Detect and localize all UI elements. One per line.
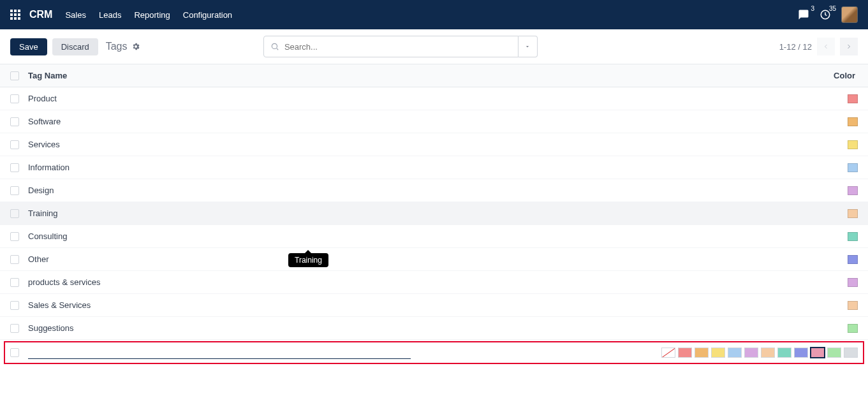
palette-swatch[interactable] (661, 348, 675, 358)
pager-prev[interactable] (817, 38, 835, 55)
color-swatch[interactable] (848, 255, 858, 264)
row-checkbox[interactable] (10, 301, 19, 310)
palette-swatch[interactable] (695, 348, 709, 358)
color-swatch[interactable] (848, 232, 858, 241)
column-header-name[interactable]: Tag Name (28, 71, 67, 80)
row-checkbox[interactable] (10, 278, 19, 287)
table-row[interactable]: Software (0, 110, 868, 133)
tag-name: Services (28, 140, 60, 149)
tag-name: Product (28, 94, 57, 103)
caret-down-icon (524, 43, 531, 50)
tag-name: Design (28, 186, 54, 195)
nav-reporting[interactable]: Reporting (134, 10, 170, 20)
table-row[interactable]: Product (0, 87, 868, 110)
edit-row-highlight (4, 341, 864, 364)
nav-leads[interactable]: Leads (99, 10, 121, 20)
color-swatch[interactable] (848, 117, 858, 126)
activity-badge: 35 (828, 5, 837, 12)
pager-next[interactable] (840, 38, 858, 55)
palette-swatch[interactable] (728, 348, 742, 358)
color-palette (661, 348, 858, 358)
row-checkbox[interactable] (10, 324, 19, 333)
color-swatch[interactable] (848, 301, 858, 310)
nav-sales[interactable]: Sales (65, 10, 86, 20)
palette-swatch[interactable] (678, 348, 692, 358)
table-row[interactable]: Design (0, 179, 868, 202)
table-row[interactable]: Other (0, 248, 868, 271)
palette-swatch[interactable] (744, 348, 758, 358)
color-swatch[interactable] (848, 278, 858, 287)
table-row[interactable]: Suggestions (0, 317, 868, 340)
row-checkbox[interactable] (10, 163, 19, 172)
save-button[interactable]: Save (10, 38, 47, 55)
table-row[interactable]: Information (0, 156, 868, 179)
palette-swatch[interactable] (844, 348, 858, 358)
chat-badge: 3 (809, 5, 816, 12)
nav-configuration[interactable]: Configuration (183, 10, 232, 20)
tag-name: Suggestions (28, 323, 74, 333)
chat-icon[interactable]: 3 (798, 9, 809, 20)
apps-icon[interactable] (10, 10, 20, 20)
svg-point-1 (272, 43, 277, 48)
tooltip: Training (288, 253, 328, 267)
discard-button[interactable]: Discard (52, 38, 98, 55)
table-row[interactable]: Sales & Services (0, 294, 868, 317)
color-swatch[interactable] (848, 186, 858, 195)
row-checkbox[interactable] (10, 232, 19, 241)
control-toolbar: Save Discard Tags 1-12 / 12 (0, 29, 868, 64)
tag-name: Software (28, 117, 61, 126)
column-header-color[interactable]: Color (834, 71, 858, 80)
search-input[interactable] (284, 42, 511, 52)
table-row[interactable]: Training (0, 202, 868, 225)
chevron-left-icon (822, 43, 830, 50)
search-icon (270, 42, 279, 51)
table-row[interactable]: Consulting (0, 225, 868, 248)
brand[interactable]: CRM (29, 9, 52, 20)
user-avatar[interactable] (841, 6, 858, 23)
breadcrumb-title[interactable]: Tags (106, 41, 128, 52)
tag-name: Training (28, 209, 57, 218)
breadcrumb: Tags (106, 41, 140, 52)
gear-icon[interactable] (131, 42, 140, 51)
palette-swatch[interactable] (811, 348, 825, 358)
palette-swatch[interactable] (827, 348, 841, 358)
search-dropdown[interactable] (519, 36, 538, 57)
tag-name: Other (28, 254, 49, 264)
row-checkbox[interactable] (10, 186, 19, 195)
row-checkbox[interactable] (10, 140, 19, 149)
row-checkbox[interactable] (10, 94, 19, 103)
tag-name: Consulting (28, 231, 67, 241)
table-body: ProductSoftwareServicesInformationDesign… (0, 87, 868, 340)
edit-row-checkbox[interactable] (10, 348, 19, 357)
top-navbar: CRM Sales Leads Reporting Configuration … (0, 0, 868, 29)
color-swatch[interactable] (848, 94, 858, 103)
palette-swatch[interactable] (711, 348, 725, 358)
row-checkbox[interactable] (10, 255, 19, 264)
color-swatch[interactable] (848, 209, 858, 218)
table-row[interactable]: Services (0, 133, 868, 156)
tag-name: Information (28, 163, 70, 172)
row-checkbox[interactable] (10, 117, 19, 126)
pager-text[interactable]: 1-12 / 12 (779, 42, 812, 52)
chevron-right-icon (845, 43, 853, 50)
palette-swatch[interactable] (777, 348, 791, 358)
activity-icon[interactable]: 35 (820, 9, 831, 20)
row-checkbox[interactable] (10, 209, 19, 218)
table-header: Tag Name Color (0, 64, 868, 87)
palette-swatch[interactable] (794, 348, 808, 358)
table-row[interactable]: products & services (0, 271, 868, 294)
palette-swatch[interactable] (761, 348, 775, 358)
new-tag-input[interactable] (28, 346, 411, 359)
select-all-checkbox[interactable] (10, 71, 19, 80)
tag-name: Sales & Services (28, 300, 91, 310)
color-swatch[interactable] (848, 163, 858, 172)
color-swatch[interactable] (848, 324, 858, 333)
tag-name: products & services (28, 277, 100, 287)
color-swatch[interactable] (848, 140, 858, 149)
search-box[interactable] (263, 36, 519, 57)
